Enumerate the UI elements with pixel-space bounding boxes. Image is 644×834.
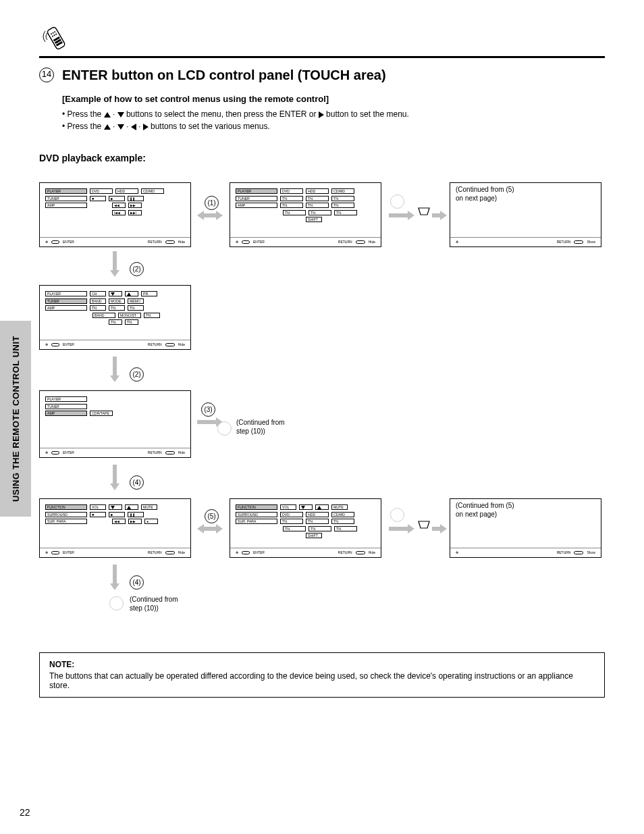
step-circle-2b: (2) xyxy=(130,367,144,382)
svg-rect-0 xyxy=(47,26,65,50)
left-arrow-icon xyxy=(131,124,136,130)
body-text: • Press the · buttons to select the menu… xyxy=(62,108,605,132)
down-arrow-icon xyxy=(117,124,124,130)
example-label: DVD playback example: xyxy=(39,153,605,163)
circle-blank xyxy=(109,596,124,610)
lcd-panel-blank2: (Continued from (5) on next page) ✥RETUR… xyxy=(450,498,601,558)
lcd-panel-dvd1: PLAYERDVDHDDCD/MD TUNER■▶❚❚ AMP◀◀▶▶ l◀◀▶… xyxy=(39,182,191,247)
up-arrow-icon xyxy=(104,124,111,130)
remote-icon xyxy=(41,22,73,56)
step-circle-3: (3) xyxy=(201,402,215,417)
lcd-panel-dvd2: PLAYERDVDHDDCD/MD TUNERTN.TN.TN. AMPTN.T… xyxy=(230,182,381,247)
step-circle-4: (4) xyxy=(130,475,144,490)
step-circle-4b: (4) xyxy=(130,575,144,590)
continuation-note: (Continued from step (10)) xyxy=(130,596,178,613)
continuation-note: (Continued from step (10)) xyxy=(236,419,285,436)
up-arrow-icon xyxy=(104,112,111,118)
lcd-panel-blank1: (Continued from (5) on next page) ✥RETUR… xyxy=(450,182,601,247)
page-number: 22 xyxy=(20,807,30,818)
divider xyxy=(39,56,605,58)
section-title: ENTER button on LCD control panel (TOUCH… xyxy=(62,68,605,83)
step-circle-1: (1) xyxy=(205,196,219,210)
section-subtitle: [Example of how to set control menus usi… xyxy=(62,94,605,104)
lcd-panel-func: FUNCTIONVOLMUTE SURROUND■▶❚❚ SUR. PARA.◀… xyxy=(39,498,191,558)
note-title: NOTE: xyxy=(49,660,595,669)
step-number-badge: 14 xyxy=(39,68,54,82)
right-arrow-icon xyxy=(319,111,324,118)
touch-icon xyxy=(417,207,431,218)
right-arrow-icon xyxy=(143,124,149,130)
circle-blank xyxy=(390,194,404,209)
lcd-panel-func2: FUNCTIONVOLMUTE SURROUNDDVDHDDCD/MD SUR.… xyxy=(230,498,381,558)
step-circle-2: (2) xyxy=(130,262,144,276)
sidebar-tab: USING THE REMOTE CONTROL UNIT xyxy=(0,321,31,517)
circle-blank xyxy=(217,421,232,436)
touch-icon xyxy=(417,520,431,531)
lcd-panel-tuner: PLAYERCHPR. TUNERBANDMODEMEMO AMPTN.TN.T… xyxy=(39,285,191,350)
sidebar-label: USING THE REMOTE CONTROL UNIT xyxy=(11,336,21,502)
circle-blank xyxy=(390,508,404,522)
down-arrow-icon xyxy=(117,112,124,118)
lcd-panel-amp: PLAYER TUNER AMPCDR/TAPE ✥ENTERRETURNHid… xyxy=(39,390,191,458)
step-circle-5: (5) xyxy=(205,509,219,523)
note-body: The buttons that can actually be operate… xyxy=(49,671,595,690)
note-box: NOTE: The buttons that can actually be o… xyxy=(39,652,605,698)
